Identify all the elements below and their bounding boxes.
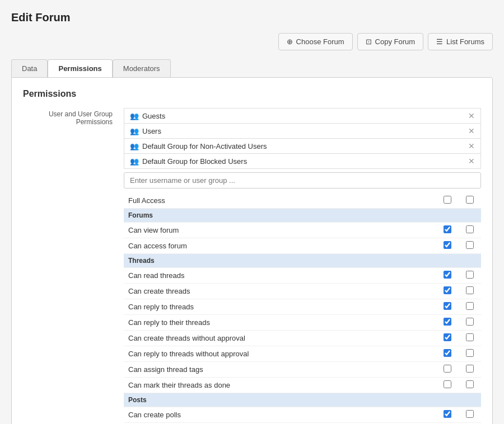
- permission-check-col1[interactable]: [436, 268, 459, 284]
- permissions-table: Full Access Forums Can view forum Can ac…: [124, 193, 481, 424]
- remove-user-group-button[interactable]: ✕: [468, 142, 475, 150]
- user-groups-container: 👥 Guests ✕ 👥 Users ✕ 👥 Default Group for…: [124, 108, 481, 169]
- permission-checkbox-col1[interactable]: [444, 225, 451, 233]
- permission-label: Can access forum: [124, 238, 436, 254]
- permission-check-col2[interactable]: [459, 378, 481, 393]
- tab-data[interactable]: Data: [11, 59, 48, 77]
- permission-row: Can reply to their threads: [124, 315, 481, 331]
- permission-checkbox-col2[interactable]: [466, 410, 474, 418]
- tab-permissions[interactable]: Permissions: [48, 59, 112, 77]
- permission-check-col1[interactable]: [436, 407, 459, 423]
- permission-check-col2[interactable]: [459, 268, 481, 284]
- permission-check-col1[interactable]: [436, 299, 459, 315]
- permission-section-header: Posts: [124, 393, 481, 407]
- permission-check-col1[interactable]: [436, 238, 459, 254]
- permission-check-col2[interactable]: [459, 223, 481, 238]
- permission-checkbox-col1[interactable]: [444, 410, 451, 418]
- list-forums-label: List Forums: [446, 37, 484, 46]
- user-group-input-row: [124, 172, 481, 189]
- permission-row: Can reply to threads without approval: [124, 346, 481, 362]
- permission-checkbox-col2[interactable]: [466, 318, 474, 326]
- section-label: User and User Group Permissions: [23, 108, 113, 424]
- permission-checkbox-col1[interactable]: [444, 365, 451, 373]
- permission-check-col1[interactable]: [436, 362, 459, 378]
- permission-check-col2[interactable]: [459, 284, 481, 299]
- choose-icon: ⊕: [287, 37, 293, 46]
- permission-check-col2[interactable]: [459, 299, 481, 315]
- tab-moderators[interactable]: Moderators: [113, 59, 171, 77]
- permission-check-col1[interactable]: [436, 284, 459, 299]
- permission-checkbox-col2[interactable]: [466, 365, 474, 373]
- permission-check-col1[interactable]: [436, 346, 459, 362]
- permission-check-col1[interactable]: [436, 223, 459, 238]
- permission-row: Can create polls: [124, 407, 481, 423]
- permission-row: Can assign thread tags: [124, 362, 481, 378]
- permission-checkbox-col1[interactable]: [444, 241, 451, 249]
- permission-check-col2[interactable]: [459, 193, 481, 209]
- user-group-name: 👥 Users: [130, 127, 161, 135]
- permission-check-col1[interactable]: [436, 315, 459, 331]
- permission-checkbox-col2[interactable]: [466, 286, 474, 294]
- permission-row: Can mark their threads as done: [124, 378, 481, 393]
- users-icon: 👥: [130, 142, 139, 150]
- permission-checkbox-col2[interactable]: [466, 302, 474, 310]
- remove-user-group-button[interactable]: ✕: [468, 126, 475, 135]
- user-group-input[interactable]: [124, 172, 481, 189]
- permission-row: Can reply to threads: [124, 299, 481, 315]
- permission-checkbox-col1[interactable]: [444, 333, 451, 341]
- list-forums-button[interactable]: ☰ List Forums: [428, 33, 493, 50]
- permission-checkbox-col2[interactable]: [466, 271, 474, 279]
- permission-checkbox-col1[interactable]: [444, 286, 451, 294]
- permission-label: Can mark their threads as done: [124, 378, 436, 393]
- choose-forum-button[interactable]: ⊕ Choose Forum: [278, 33, 353, 50]
- copy-forum-button[interactable]: ⊡ Copy Forum: [357, 33, 424, 50]
- remove-user-group-button[interactable]: ✕: [468, 157, 475, 166]
- user-group-name: 👥 Guests: [130, 112, 165, 120]
- permission-check-col2[interactable]: [459, 407, 481, 423]
- permissions-section: User and User Group Permissions 👥 Guests…: [23, 108, 481, 424]
- permission-checkbox-col2[interactable]: [466, 241, 474, 249]
- user-group-row: 👥 Users ✕: [124, 123, 481, 138]
- permission-check-col2[interactable]: [459, 315, 481, 331]
- section-label: Forums: [124, 209, 481, 223]
- permission-checkbox-col1[interactable]: [444, 318, 451, 326]
- permission-checkbox-col2[interactable]: [466, 333, 474, 341]
- copy-icon: ⊡: [366, 37, 372, 46]
- permission-check-col1[interactable]: [436, 331, 459, 346]
- permission-label: Can view forum: [124, 223, 436, 238]
- permission-label: Can read threads: [124, 268, 436, 284]
- permission-checkbox-col1[interactable]: [444, 380, 451, 388]
- remove-user-group-button[interactable]: ✕: [468, 111, 475, 120]
- page-title: Edit Forum: [11, 11, 493, 24]
- permission-checkbox-col2[interactable]: [466, 225, 474, 233]
- permission-checkbox-col2[interactable]: [466, 380, 474, 388]
- users-icon: 👥: [130, 112, 139, 120]
- permission-check-col2[interactable]: [459, 331, 481, 346]
- permission-section-header: Threads: [124, 254, 481, 268]
- top-buttons-bar: ⊕ Choose Forum ⊡ Copy Forum ☰ List Forum…: [11, 33, 493, 50]
- permissions-panel-title: Permissions: [23, 89, 481, 99]
- permission-label: Can reply to threads: [124, 299, 436, 315]
- section-label: Threads: [124, 254, 481, 268]
- permission-row: Can create threads: [124, 284, 481, 299]
- users-icon: 👥: [130, 157, 139, 166]
- user-group-name: 👥 Default Group for Blocked Users: [130, 157, 247, 166]
- tab-bar: Data Permissions Moderators: [11, 59, 493, 77]
- permission-checkbox-col2[interactable]: [466, 349, 474, 357]
- permission-checkbox-col1[interactable]: [444, 349, 451, 357]
- user-group-row: 👥 Guests ✕: [124, 108, 481, 123]
- permission-check-col1[interactable]: [436, 378, 459, 393]
- permission-check-col2[interactable]: [459, 346, 481, 362]
- permission-label: Can create threads: [124, 284, 436, 299]
- permission-checkbox-col1[interactable]: [444, 271, 451, 279]
- permission-check-col2[interactable]: [459, 362, 481, 378]
- permission-checkbox-col2[interactable]: [466, 196, 474, 204]
- permission-checkbox-col1[interactable]: [444, 196, 451, 204]
- permission-check-col1[interactable]: [436, 193, 459, 209]
- permission-checkbox-col1[interactable]: [444, 302, 451, 310]
- list-icon: ☰: [436, 37, 443, 46]
- permission-label: Can create threads without approval: [124, 331, 436, 346]
- permission-check-col2[interactable]: [459, 238, 481, 254]
- permission-label: Can create polls: [124, 407, 436, 423]
- permission-label: Can assign thread tags: [124, 362, 436, 378]
